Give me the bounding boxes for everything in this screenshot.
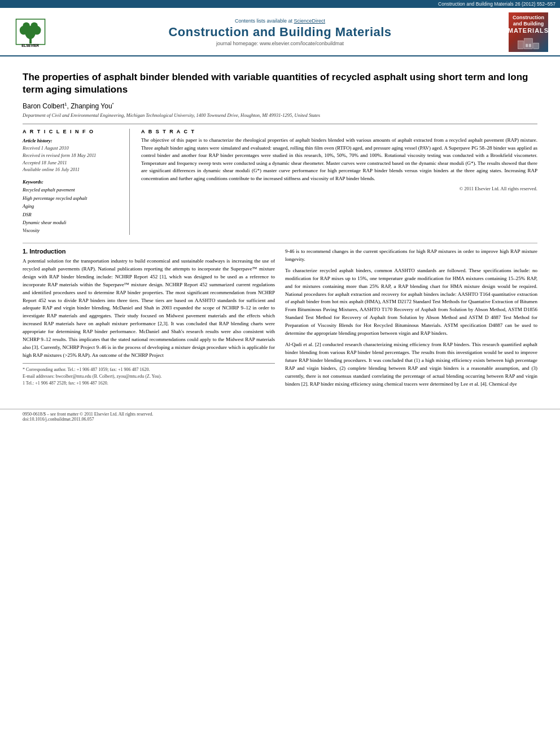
- cover-label-2: and Building: [513, 21, 544, 27]
- svg-rect-11: [526, 44, 528, 47]
- keywords-label: Keywords:: [23, 179, 123, 185]
- body-column-left: 1. Introduction A potential solution for…: [23, 248, 275, 392]
- body-col2-p1: 9-46 is to recommend changes in the curr…: [285, 248, 537, 264]
- journal-citation-text: Construction and Building Materials 26 (…: [438, 1, 555, 7]
- svg-point-4: [23, 22, 30, 29]
- body-columns: 1. Introduction A potential solution for…: [23, 248, 537, 392]
- article-authors: Baron Colbert1, Zhanping You*: [23, 102, 537, 110]
- article-abstract-column: A B S T R A C T The objective of this pa…: [141, 129, 537, 235]
- journal-citation-bar: Construction and Building Materials 26 (…: [0, 0, 560, 8]
- journal-header: ELSEVIER Contents lists available at Sci…: [0, 8, 560, 56]
- copyright-text: © 2011 Elsevier Ltd. All rights reserved…: [141, 186, 537, 191]
- body-column-right: 9-46 is to recommend changes in the curr…: [285, 248, 537, 392]
- journal-header-center: Contents lists available at ScienceDirec…: [54, 18, 506, 46]
- footnote-star: * Corresponding author. Tel.: +1 906 487…: [23, 366, 275, 373]
- keyword-3: Aging: [23, 202, 123, 210]
- svg-point-5: [30, 22, 38, 29]
- svg-rect-10: [533, 43, 539, 49]
- body-col1-p1: A potential solution for the transportat…: [23, 257, 275, 360]
- journal-title: Construction and Building Materials: [54, 25, 506, 40]
- footnote-1: 1 Tel.: +1 906 487 2528; fax: +1 906 487…: [23, 380, 275, 387]
- available-date: Available online 16 July 2011: [23, 166, 123, 173]
- revised-date: Received in revised form 18 May 2011: [23, 152, 123, 159]
- keyword-1: Recycled asphalt pavement: [23, 186, 123, 194]
- section-divider: [23, 243, 537, 243]
- bottom-bar: 0950-0618/$ – see front matter © 2011 El…: [0, 409, 560, 424]
- footnote-area: * Corresponding author. Tel.: +1 906 487…: [23, 363, 275, 387]
- doi-text: doi:10.1016/j.conbuildmat.2011.06.057: [23, 417, 537, 422]
- cover-label-1: Construction: [513, 15, 544, 20]
- article-info-title: A R T I C L E I N F O: [23, 129, 123, 134]
- article-title: The properties of asphalt binder blended…: [23, 71, 537, 96]
- author-baron: Baron Colbert: [23, 102, 64, 110]
- author-star: *: [112, 102, 114, 107]
- elsevier-logo-area: ELSEVIER: [9, 17, 54, 48]
- keyword-6: Viscosity: [23, 226, 123, 234]
- keyword-5: Dynamic shear moduli: [23, 219, 123, 226]
- section-1-heading: 1. Introduction: [23, 248, 275, 255]
- accepted-date: Accepted 18 June 2011: [23, 159, 123, 167]
- keyword-4: DSR: [23, 211, 123, 219]
- journal-homepage: journal homepage: www.elsevier.com/locat…: [54, 41, 506, 46]
- body-col2-p2: To characterize recycled asphalt binders…: [285, 267, 537, 338]
- footnote-email: E-mail addresses: bwcolber@mtu.edu (B. C…: [23, 373, 275, 380]
- body-col2-p3: Al-Qadi et al. [2] conducted research ch…: [285, 341, 537, 388]
- journal-cover-image: Construction and Building MATERIALS: [506, 12, 551, 52]
- abstract-title: A B S T R A C T: [141, 129, 537, 134]
- article-info-abstract-row: A R T I C L E I N F O Article history: R…: [23, 124, 537, 235]
- svg-rect-8: [518, 41, 523, 49]
- svg-rect-9: [524, 38, 533, 49]
- issn-text: 0950-0618/$ – see front matter © 2011 El…: [23, 412, 537, 417]
- abstract-text: The objective of this paper is to charac…: [141, 137, 537, 182]
- elsevier-logo-svg: ELSEVIER: [12, 17, 51, 48]
- article-info-column: A R T I C L E I N F O Article history: R…: [23, 129, 130, 235]
- sciencedirect-text: Contents lists available at ScienceDirec…: [54, 18, 506, 24]
- keyword-2: High percentage recycled asphalt: [23, 194, 123, 202]
- received-date: Received 1 August 2010: [23, 145, 123, 152]
- svg-rect-12: [529, 44, 531, 47]
- svg-text:ELSEVIER: ELSEVIER: [21, 43, 39, 47]
- article-affiliation: Department of Civil and Environmental En…: [23, 112, 537, 118]
- author-sep: , Zhanping You: [67, 102, 112, 110]
- article-history-label: Article history:: [23, 138, 123, 143]
- article-content: The properties of asphalt binder blended…: [0, 56, 560, 403]
- cbm-cover-box: Construction and Building MATERIALS: [509, 12, 548, 52]
- cover-label-3: MATERIALS: [508, 27, 549, 34]
